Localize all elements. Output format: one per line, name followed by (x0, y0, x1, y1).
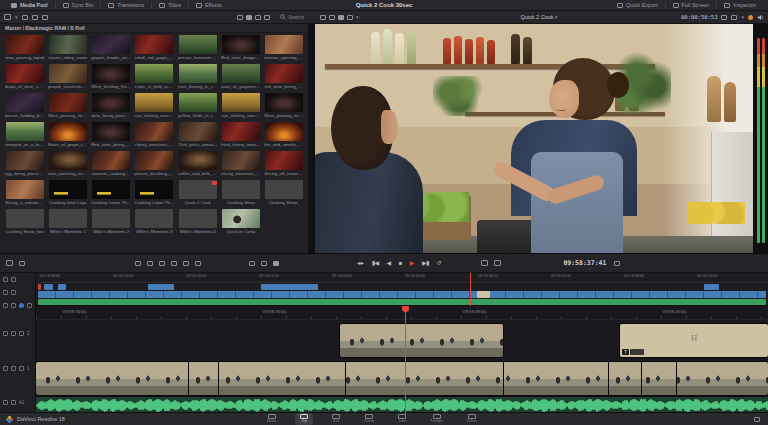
loop-button[interactable]: ↺ (437, 260, 442, 266)
timeline[interactable]: 2 1 A1 09:58:34:0009:58:36:0009:58:38:00… (0, 306, 768, 412)
media-clip[interactable]: woman_opening_wine (263, 35, 306, 64)
media-clip[interactable]: Millie's Moments 4 (176, 209, 219, 238)
strip-view-icon[interactable] (42, 15, 48, 20)
timeline-options-icon[interactable] (19, 261, 25, 266)
media-clip[interactable]: cherry_tomatoes_bei (133, 122, 176, 151)
media-clip[interactable]: coffee_and_milk_bein (176, 151, 219, 180)
media-clip[interactable]: fried_cherry_tomatoe (219, 122, 262, 151)
viewer-mode-icon[interactable] (338, 15, 344, 20)
split-clip-icon[interactable] (135, 261, 141, 266)
zoom-fit-icon[interactable] (249, 261, 255, 266)
tool-range-icon[interactable] (11, 277, 16, 282)
timeline-overview[interactable]: 09:58:08:0009:58:13:0009:58:18:0009:58:2… (0, 273, 768, 306)
speaker-icon[interactable] (757, 14, 764, 21)
media-clip[interactable]: person_holding_bunch (3, 93, 46, 122)
toolbar-button-transitions[interactable]: Transitions (101, 0, 151, 10)
zoom-custom-icon[interactable] (273, 261, 279, 266)
toolbar-button-effects[interactable]: Effects (189, 0, 229, 10)
page-tab-media[interactable]: Media (262, 413, 281, 425)
overview-clip[interactable] (148, 284, 174, 290)
timeline-playhead[interactable] (405, 306, 406, 416)
media-clip[interactable]: people_harvesting_gra (46, 64, 89, 93)
page-tab-cut[interactable]: Cut (295, 413, 313, 425)
page-tab-edit[interactable]: Edit (327, 413, 345, 425)
mute-icon[interactable] (11, 366, 16, 371)
media-clip[interactable]: Millie's Moments 2 (90, 209, 133, 238)
viewer-options-icon[interactable] (347, 15, 353, 20)
media-clip[interactable]: Cooking Show (219, 180, 262, 209)
track-visibility-icon[interactable] (19, 366, 24, 371)
overview-clip[interactable] (38, 284, 41, 290)
timeline-view-icon[interactable] (6, 260, 13, 266)
step-back-button[interactable]: ◀ (387, 260, 391, 266)
mute-icon[interactable] (11, 400, 16, 405)
list-view-icon[interactable] (237, 15, 243, 20)
media-clip[interactable]: Rows_of_grape_trees (46, 122, 89, 151)
import-caret-icon[interactable]: ▾ (15, 15, 18, 20)
media-clip[interactable]: Cooking Intro Logo (46, 180, 89, 209)
media-clip[interactable]: red_wine_being_pour (263, 64, 306, 93)
media-clip[interactable]: man_watering_an_out (46, 151, 89, 180)
search-box[interactable]: Search (280, 14, 304, 20)
viewer-video[interactable] (315, 24, 753, 253)
media-clip[interactable]: small_red_grape_tree (133, 35, 176, 64)
media-clip[interactable]: Quick in Comp (219, 209, 262, 238)
overview-clip[interactable] (58, 284, 66, 290)
thumbnail-view-icon[interactable] (246, 15, 252, 20)
zoom-mode-icon[interactable] (731, 15, 737, 20)
toolbar-button-sync-bin[interactable]: Sync Bin (56, 0, 101, 10)
overview-clip[interactable] (44, 284, 53, 290)
lock-icon[interactable] (3, 366, 8, 371)
snap-icon[interactable] (171, 261, 177, 266)
overview-playhead[interactable] (470, 273, 471, 306)
media-clip[interactable]: rows_of_grapevines_in (219, 64, 262, 93)
metadata-view-icon[interactable] (264, 15, 270, 20)
media-clip[interactable]: slicing_tomatoes_on_ (219, 151, 262, 180)
media-clip[interactable]: fire_and_smoke_comi (263, 122, 306, 151)
lock-icon[interactable] (3, 331, 8, 336)
media-clip[interactable]: person_harvesting_gr (176, 35, 219, 64)
toolbar-button-titles[interactable]: Titles (152, 0, 188, 10)
media-clip[interactable]: tractor_riding_water (46, 35, 89, 64)
marker-blue-icon[interactable] (19, 303, 24, 308)
topbar-action-full-screen[interactable]: Full Screen (666, 0, 717, 10)
media-clip[interactable]: Cooking Lower Third (90, 180, 133, 209)
page-tab-fairlight[interactable]: Fairlight (426, 413, 448, 425)
media-clip[interactable]: Millie's Moments 1 (46, 209, 89, 238)
media-clip[interactable]: Red_wine_dropping_in (219, 35, 262, 64)
smart-bin-icon[interactable] (32, 15, 38, 20)
tool-select-icon[interactable] (3, 277, 8, 282)
media-clip[interactable]: yellow_fields_in_the_s (176, 93, 219, 122)
media-clip[interactable]: egg_being_placed_on (3, 151, 46, 180)
tool-trim-icon[interactable] (3, 290, 8, 295)
media-clip[interactable]: Wine_pouring_into_a_ (263, 93, 306, 122)
color-indicator-icon[interactable] (748, 15, 753, 20)
viewer-tools-icon[interactable] (320, 15, 326, 20)
media-clip[interactable]: Cooking Lower Third (133, 180, 176, 209)
media-clip[interactable]: wine_being_poured_in (90, 93, 133, 122)
lock-icon[interactable] (3, 400, 8, 405)
stop-button[interactable]: ■ (399, 260, 402, 266)
viewer-options-caret-icon[interactable]: ▾ (356, 15, 359, 20)
play-button[interactable]: ▶ (410, 260, 414, 266)
breadcrumb[interactable]: Master / Blackmagic RAW / B Roll (0, 24, 308, 33)
hand-tool-icon[interactable] (3, 303, 8, 308)
media-clip[interactable]: sun_shining_over_cro (219, 93, 262, 122)
keyframe-icon[interactable] (27, 303, 32, 308)
v2-video-clip[interactable] (340, 324, 503, 357)
media-clip[interactable]: Red_wine_being_pou (90, 122, 133, 151)
media-clip[interactable]: Quick 2 Cook (176, 180, 219, 209)
media-clip[interactable]: skewers_cooking_on_ (90, 151, 133, 180)
topbar-action-quick-export[interactable]: Quick Export (610, 0, 664, 10)
viewer-transform-icon[interactable] (329, 15, 335, 20)
import-media-icon[interactable] (4, 14, 11, 20)
last-frame-button[interactable]: ▶▮ (422, 260, 429, 266)
settings-icon[interactable] (754, 417, 760, 422)
media-clip[interactable]: Wine_trickling_from_th (90, 64, 133, 93)
topbar-action-inspector[interactable]: Inspector (717, 0, 763, 10)
shuttle-icon[interactable]: ◂•▸ (357, 260, 364, 266)
zoom-caret-icon[interactable]: ▾ (741, 15, 744, 20)
track-visibility-icon[interactable] (19, 331, 24, 336)
toolbar-button-media-pool[interactable]: Media Pool (4, 0, 55, 10)
audio-track[interactable] (36, 396, 768, 413)
